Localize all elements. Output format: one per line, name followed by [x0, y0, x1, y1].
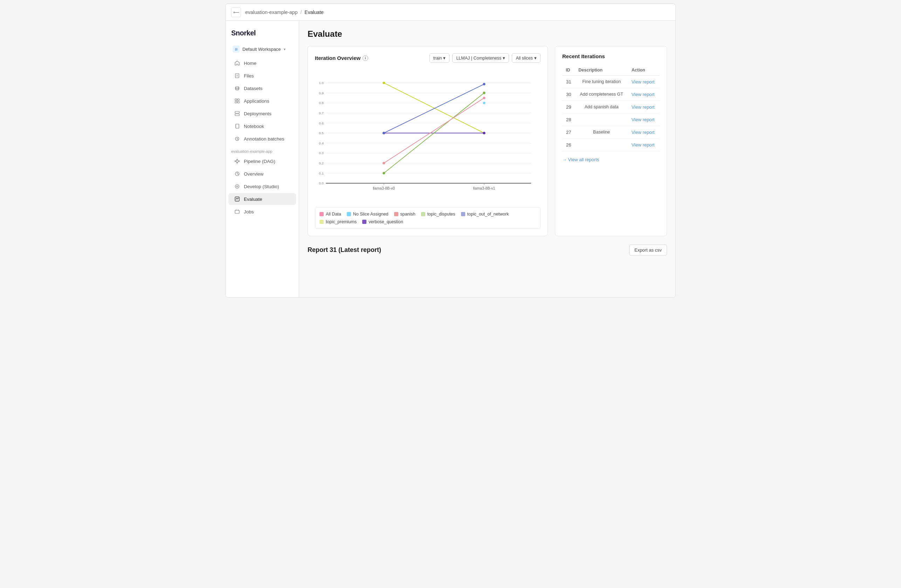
- annotation-icon: [234, 136, 240, 142]
- legend-dot-verbose: [362, 220, 366, 224]
- svg-point-74: [382, 162, 385, 164]
- svg-text:0.6: 0.6: [319, 121, 324, 125]
- sidebar-item-overview[interactable]: Overview: [228, 168, 296, 180]
- svg-point-59: [382, 82, 385, 84]
- svg-line-21: [238, 160, 238, 161]
- svg-point-65: [382, 172, 385, 175]
- train-selector[interactable]: train ▾: [429, 53, 449, 63]
- sidebar-item-applications[interactable]: Applications: [228, 95, 296, 107]
- report-title: Report 31 (Latest report): [307, 246, 381, 254]
- workspace-chevron: ▾: [284, 47, 285, 51]
- sidebar-item-evaluate[interactable]: Evaluate: [228, 193, 296, 205]
- col-action: Action: [628, 65, 659, 76]
- svg-rect-28: [235, 197, 239, 201]
- svg-point-77: [483, 83, 485, 86]
- notebook-icon: [234, 123, 240, 129]
- row-28-action[interactable]: View report: [631, 117, 655, 122]
- sidebar-item-jobs[interactable]: Jobs: [228, 206, 296, 218]
- legend-verbose-question: verbose_question: [362, 219, 403, 224]
- svg-text:0.7: 0.7: [319, 111, 324, 115]
- svg-point-15: [235, 161, 236, 162]
- chart-title: Iteration Overview: [315, 55, 360, 61]
- svg-rect-9: [235, 111, 239, 113]
- legend-label-topic-out: topic_out_of_network: [467, 212, 509, 217]
- metric-selector[interactable]: LLMAJ | Completeness ▾: [452, 53, 509, 63]
- svg-text:0.9: 0.9: [319, 91, 324, 95]
- sidebar-item-datasets[interactable]: Datasets: [228, 82, 296, 94]
- legend-topic-disputes: topic_disputes: [421, 212, 455, 217]
- table-row: 28 View report: [562, 114, 659, 126]
- breadcrumb-app[interactable]: evaluation-example-app: [245, 9, 298, 15]
- export-button[interactable]: Export as csv: [629, 245, 667, 256]
- svg-point-3: [235, 87, 239, 88]
- row-27-desc: Baseline: [575, 126, 628, 139]
- sidebar-item-notebook[interactable]: Notebook: [228, 120, 296, 132]
- sidebar-item-develop[interactable]: Develop (Studio): [228, 181, 296, 192]
- svg-rect-29: [235, 210, 239, 214]
- svg-point-66: [483, 92, 485, 94]
- legend-dot-all-data: [320, 212, 324, 216]
- legend-topic-out-of-network: topic_out_of_network: [461, 212, 509, 217]
- back-button[interactable]: ⟵: [231, 7, 241, 17]
- svg-point-18: [238, 161, 240, 162]
- datasets-icon: [234, 85, 240, 92]
- applications-icon: [234, 98, 240, 104]
- info-icon[interactable]: ℹ: [363, 55, 368, 61]
- row-27-action[interactable]: View report: [631, 129, 655, 135]
- sidebar-item-pipeline[interactable]: Pipeline (DAG): [228, 155, 296, 167]
- chart-panel: Iteration Overview ℹ train ▾ LLMAJ | Com…: [307, 46, 548, 236]
- view-all-reports[interactable]: → View all reports: [562, 157, 659, 162]
- svg-text:0.8: 0.8: [319, 101, 324, 105]
- col-id: ID: [562, 65, 575, 76]
- chart-area: 1.0 0.9 0.8 0.7 0.6 0.5 0.: [315, 68, 541, 201]
- legend-label-all-data: All Data: [326, 212, 341, 217]
- sidebar-item-deployments[interactable]: Deployments: [228, 108, 296, 120]
- overview-icon: [234, 171, 240, 177]
- legend-label-topic-disputes: topic_disputes: [427, 212, 455, 217]
- slices-selector[interactable]: All slices ▾: [512, 53, 541, 63]
- legend-no-slice: No Slice Assigned: [347, 212, 388, 217]
- table-row: 26 View report: [562, 139, 659, 151]
- sidebar-item-evaluate-label: Evaluate: [244, 197, 262, 202]
- workspace-label: Default Workspace: [242, 47, 281, 52]
- col-description: Description: [575, 65, 628, 76]
- svg-text:0.3: 0.3: [319, 151, 324, 155]
- files-icon: [234, 73, 240, 79]
- home-icon: [234, 60, 240, 66]
- legend-dot-topic-out: [461, 212, 465, 216]
- sidebar-item-files-label: Files: [244, 73, 254, 78]
- table-row: 29 Add spanish data View report: [562, 101, 659, 114]
- sidebar-item-annotation[interactable]: Annotation batches: [228, 133, 296, 145]
- legend-label-verbose: verbose_question: [368, 219, 403, 224]
- slices-chevron: ▾: [534, 55, 537, 61]
- breadcrumb-current: Evaluate: [304, 9, 323, 15]
- workspace-selector[interactable]: ⊞ Default Workspace ▾: [228, 43, 296, 55]
- legend-spanish: spanish: [394, 212, 415, 217]
- sidebar-item-files[interactable]: Files: [228, 70, 296, 82]
- train-chevron: ▾: [443, 55, 446, 61]
- svg-line-20: [236, 161, 237, 162]
- svg-point-27: [237, 186, 238, 187]
- row-31-action[interactable]: View report: [631, 79, 655, 84]
- svg-point-72: [483, 101, 485, 104]
- row-30-action[interactable]: View report: [631, 92, 655, 97]
- svg-rect-4: [235, 99, 237, 101]
- svg-text:0.2: 0.2: [319, 161, 324, 165]
- chart-legend: All Data No Slice Assigned spanish: [315, 207, 541, 229]
- sidebar-item-home[interactable]: Home: [228, 57, 296, 69]
- row-30-id: 30: [562, 88, 575, 101]
- row-26-id: 26: [562, 139, 575, 151]
- svg-rect-0: [235, 73, 239, 78]
- svg-rect-10: [236, 124, 239, 128]
- svg-text:0.0: 0.0: [319, 181, 324, 185]
- page-title: Evaluate: [307, 29, 667, 39]
- metric-chevron: ▾: [503, 55, 505, 61]
- table-row: 31 Fine tuning iteration View report: [562, 76, 659, 88]
- row-26-action[interactable]: View report: [631, 142, 655, 148]
- svg-text:0.5: 0.5: [319, 131, 324, 135]
- iterations-panel: Recent Iterations ID Description Action …: [555, 46, 667, 236]
- iteration-chart: 1.0 0.9 0.8 0.7 0.6 0.5 0.: [315, 68, 541, 201]
- row-28-desc: [575, 114, 628, 126]
- sidebar-item-annotation-label: Annotation batches: [244, 136, 284, 142]
- row-29-action[interactable]: View report: [631, 104, 655, 110]
